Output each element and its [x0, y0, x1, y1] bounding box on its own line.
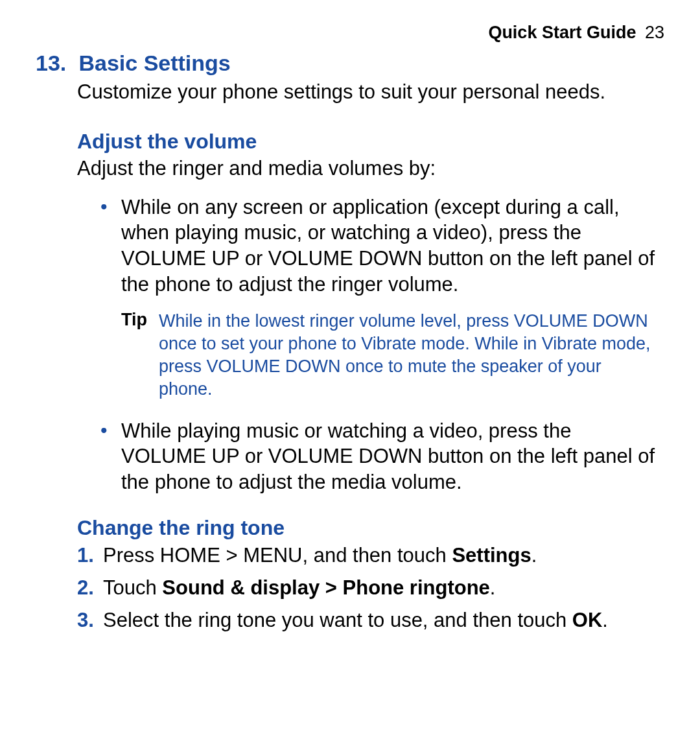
guide-title: Quick Start Guide [488, 23, 636, 42]
volume-intro: Adjust the ringer and media volumes by: [77, 156, 664, 182]
section-intro: Customize your phone settings to suit yo… [77, 80, 664, 105]
list-item: While playing music or watching a video,… [100, 418, 658, 495]
volume-bullet-list: While on any screen or application (exce… [100, 194, 658, 298]
step-text: Touch [103, 576, 162, 599]
step-item: Select the ring tone you want to use, an… [77, 607, 651, 633]
tip-label: Tip [121, 310, 147, 330]
section-number: 13. [36, 51, 76, 76]
step-bold: OK [572, 609, 603, 631]
page-header: Quick Start Guide 23 [36, 23, 664, 43]
tip-text: While in the lowest ringer volume level,… [159, 310, 651, 401]
page-number: 23 [645, 23, 664, 42]
subheading-ringtone: Change the ring tone [77, 516, 664, 540]
volume-bullet-list-2: While playing music or watching a video,… [100, 418, 658, 495]
step-suffix: . [602, 609, 608, 631]
step-suffix: . [490, 576, 496, 599]
ringtone-steps: Press HOME > MENU, and then touch Settin… [77, 543, 651, 634]
subheading-volume: Adjust the volume [77, 130, 664, 154]
section-heading-row: 13. Basic Settings [36, 51, 664, 76]
step-text: Select the ring tone you want to use, an… [103, 609, 572, 631]
section-title: Basic Settings [78, 51, 230, 75]
step-bold: Settings [452, 544, 531, 567]
step-text: Press HOME > MENU, and then touch [103, 544, 452, 567]
list-item: While on any screen or application (exce… [100, 194, 658, 298]
step-suffix: . [531, 544, 537, 567]
tip-block: Tip While in the lowest ringer volume le… [121, 310, 651, 401]
step-item: Touch Sound & display > Phone ringtone. [77, 575, 651, 601]
step-item: Press HOME > MENU, and then touch Settin… [77, 543, 651, 569]
step-bold: Sound & display > Phone ringtone [162, 576, 490, 599]
